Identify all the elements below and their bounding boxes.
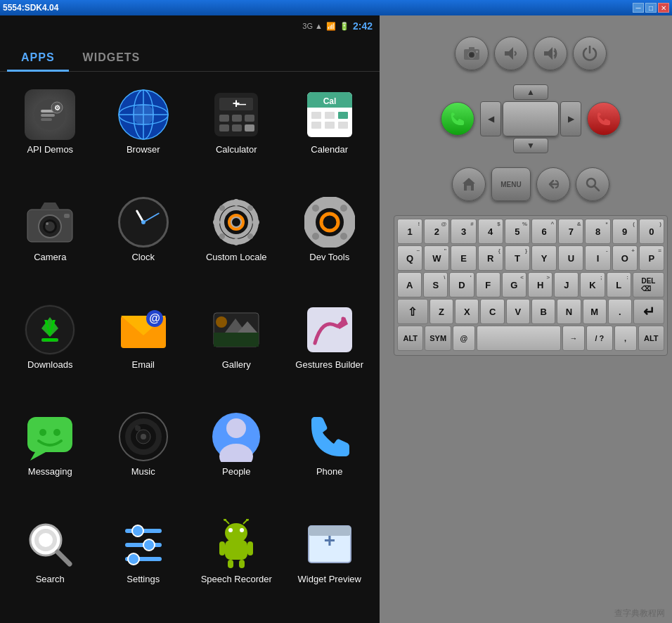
app-grid: ⚙ API Demos [0, 72, 380, 623]
app-item-speech-recorder[interactable]: Speech Recorder [190, 508, 283, 616]
key-x[interactable]: X [455, 299, 479, 324]
app-item-clock[interactable]: Clock [97, 186, 190, 294]
app-item-browser[interactable]: Browser [97, 79, 190, 186]
key-o[interactable]: +O [612, 245, 638, 271]
key-7[interactable]: &7 [558, 219, 583, 244]
dpad-up-button[interactable]: ▲ [513, 84, 548, 100]
app-item-custom-locale[interactable]: Custom Locale [190, 186, 283, 294]
key-arrow-right[interactable]: → [562, 326, 585, 351]
key-slash[interactable]: / ? [586, 326, 612, 351]
key-alt-right[interactable]: ALT [638, 326, 664, 351]
key-g[interactable]: <G [502, 272, 526, 297]
app-item-messaging[interactable]: Messaging [4, 401, 97, 508]
key-n[interactable]: N [557, 299, 581, 324]
app-item-search[interactable]: Search [4, 508, 97, 616]
key-d[interactable]: 'D [449, 272, 474, 297]
volume-up-button[interactable] [534, 37, 567, 70]
dpad-right-button[interactable]: ▶ [560, 101, 581, 136]
svg-point-79 [216, 316, 227, 328]
app-item-music[interactable]: Music [97, 401, 190, 508]
key-h[interactable]: >H [528, 272, 553, 297]
key-y[interactable]: Y [531, 245, 557, 271]
key-r[interactable]: {R [478, 245, 503, 271]
keyboard-row-special: ALT SYM @ → / ? , ALT [397, 326, 664, 351]
key-t[interactable]: }T [505, 245, 530, 271]
volume-down-button[interactable] [494, 37, 528, 70]
tab-widgets[interactable]: WIDGETS [69, 46, 155, 72]
svg-rect-2 [41, 114, 55, 117]
key-del[interactable]: DEL⌫ [633, 272, 664, 297]
dpad-down-button[interactable]: ▼ [513, 138, 548, 153]
svg-rect-108 [225, 540, 247, 560]
key-i[interactable]: -I [585, 245, 610, 271]
app-label-gestures-builder: Gestures Builder [295, 359, 363, 371]
key-enter[interactable]: ↵ [633, 299, 664, 324]
key-a[interactable]: A [397, 272, 422, 297]
app-item-api-demos[interactable]: ⚙ API Demos [4, 79, 97, 186]
app-item-settings[interactable]: Settings [97, 508, 190, 616]
key-4[interactable]: $4 [478, 219, 503, 244]
key-9[interactable]: (9 [612, 219, 638, 244]
dpad-left-button[interactable]: ◀ [480, 101, 501, 136]
key-l[interactable]: :L [607, 272, 631, 297]
window-title: 5554:SDK4.04 [3, 3, 58, 13]
end-call-button[interactable] [587, 102, 621, 136]
key-period[interactable]: . [608, 299, 632, 324]
tab-apps[interactable]: APPS [7, 46, 69, 72]
key-6[interactable]: ^6 [531, 219, 557, 244]
key-q[interactable]: ~Q [397, 245, 422, 271]
key-w[interactable]: "W [424, 245, 449, 271]
app-item-phone[interactable]: Phone [283, 401, 377, 508]
app-item-email[interactable]: @ Email [97, 294, 190, 402]
app-item-calculator[interactable]: — + Calculator [190, 79, 283, 186]
key-space[interactable] [477, 326, 561, 351]
key-m[interactable]: M [583, 299, 607, 324]
dpad-center-button[interactable] [503, 101, 559, 136]
key-f[interactable]: F [476, 272, 500, 297]
key-j[interactable]: J [554, 272, 579, 297]
home-button[interactable] [452, 167, 486, 201]
close-button[interactable]: ✕ [658, 3, 669, 13]
key-p[interactable]: =P [639, 245, 664, 271]
key-v[interactable]: V [506, 299, 530, 324]
menu-button[interactable]: MENU [491, 167, 531, 201]
key-b[interactable]: B [531, 299, 555, 324]
app-item-camera[interactable]: Camera [4, 186, 97, 294]
app-item-dev-tools[interactable]: Dev Tools [283, 186, 377, 294]
svg-rect-69 [43, 338, 57, 341]
call-button[interactable] [441, 102, 474, 136]
maximize-button[interactable]: □ [645, 3, 657, 13]
key-s[interactable]: \S [423, 272, 448, 297]
minimize-button[interactable]: ─ [633, 3, 644, 13]
key-k[interactable]: ;K [580, 272, 605, 297]
app-label-search: Search [36, 574, 65, 585]
key-1[interactable]: !1 [397, 219, 422, 244]
search-button[interactable] [576, 167, 609, 201]
app-item-calendar[interactable]: Cal Calendar [283, 79, 377, 186]
power-button[interactable] [573, 37, 607, 70]
key-alt-left[interactable]: ALT [397, 326, 423, 351]
key-3[interactable]: #3 [451, 219, 476, 244]
key-0[interactable]: )0 [639, 219, 664, 244]
key-shift[interactable]: ⇧ [397, 299, 428, 324]
svg-point-90 [141, 434, 146, 439]
key-comma[interactable]: , [614, 326, 637, 351]
app-icon-custom-locale [211, 197, 261, 248]
camera-button[interactable] [455, 37, 489, 70]
back-button[interactable] [536, 167, 570, 201]
key-sym[interactable]: SYM [425, 326, 451, 351]
key-u[interactable]: U [558, 245, 583, 271]
app-item-gallery[interactable]: Gallery [190, 294, 283, 402]
app-item-downloads[interactable]: Downloads [4, 294, 97, 402]
key-8[interactable]: *8 [585, 219, 610, 244]
key-z[interactable]: Z [429, 299, 453, 324]
key-5[interactable]: %5 [505, 219, 530, 244]
key-at[interactable]: @ [453, 326, 475, 351]
key-e[interactable]: E [451, 245, 476, 271]
key-c[interactable]: C [480, 299, 504, 324]
key-2[interactable]: @2 [424, 219, 449, 244]
app-item-gestures-builder[interactable]: Gestures Builder [283, 294, 377, 402]
app-item-widget-preview[interactable]: + Widget Preview [283, 508, 377, 616]
app-item-people[interactable]: People [190, 401, 283, 508]
app-icon-settings [118, 519, 169, 570]
